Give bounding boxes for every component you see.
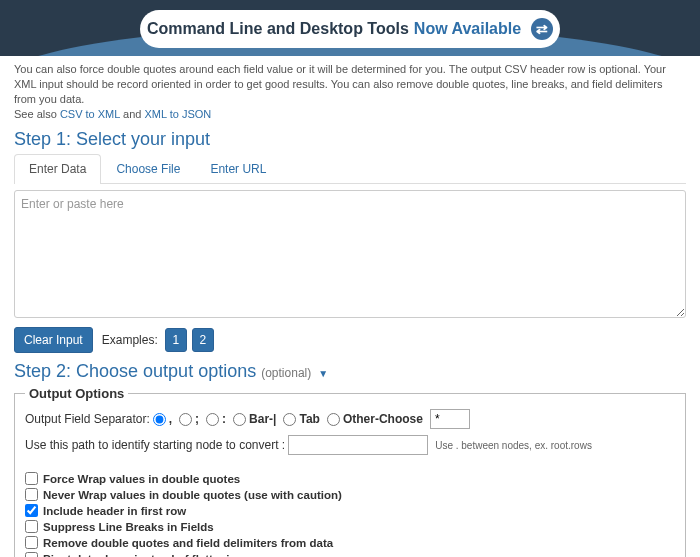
lbl-pivot: Pivot data down instead of flattening	[43, 553, 244, 557]
step1-title: Step 1: Select your input	[14, 129, 686, 150]
input-textarea[interactable]	[14, 190, 686, 318]
sep-radio-semi[interactable]	[179, 413, 192, 426]
step2-optional: (optional)	[261, 366, 311, 380]
sep-label-tab: Tab	[299, 412, 319, 426]
example-2-button[interactable]: 2	[192, 328, 214, 352]
and-label: and	[120, 108, 144, 120]
separator-row: Output Field Separator: , ; : Bar-| Tab …	[25, 409, 675, 429]
output-options-legend: Output Options	[25, 386, 128, 401]
chk-force-wrap[interactable]	[25, 472, 38, 485]
sep-label-bar: Bar-|	[249, 412, 276, 426]
sep-radio-comma[interactable]	[153, 413, 166, 426]
step2-title-text: Step 2: Choose output options	[14, 361, 261, 381]
path-row: Use this path to identify starting node …	[25, 435, 675, 455]
tab-enter-url[interactable]: Enter URL	[195, 154, 281, 183]
sep-label-other: Other-Choose	[343, 412, 423, 426]
sep-radio-tab[interactable]	[283, 413, 296, 426]
banner-title-b: Now Available	[414, 20, 521, 38]
lbl-header: Include header in first row	[43, 505, 186, 517]
step2-title[interactable]: Step 2: Choose output options (optional)…	[14, 361, 686, 382]
chk-never-wrap[interactable]	[25, 488, 38, 501]
lbl-never-wrap: Never Wrap values in double quotes (use …	[43, 489, 342, 501]
lbl-remove: Remove double quotes and field delimiter…	[43, 537, 333, 549]
path-input[interactable]	[288, 435, 428, 455]
promo-banner: Command Line and Desktop Tools Now Avail…	[0, 0, 700, 56]
chk-header[interactable]	[25, 504, 38, 517]
banner-title-a: Command Line and Desktop Tools	[147, 20, 409, 38]
sep-radio-colon[interactable]	[206, 413, 219, 426]
sep-label-comma: ,	[169, 412, 172, 426]
examples-label: Examples:	[102, 333, 158, 347]
chk-remove[interactable]	[25, 536, 38, 549]
separator-label: Output Field Separator:	[25, 412, 150, 426]
chk-pivot[interactable]	[25, 552, 38, 557]
sep-radio-bar[interactable]	[233, 413, 246, 426]
link-xml-to-json[interactable]: XML to JSON	[144, 108, 211, 120]
see-also-label: See also	[14, 108, 60, 120]
sep-other-input[interactable]	[430, 409, 470, 429]
chk-suppress[interactable]	[25, 520, 38, 533]
input-tabs: Enter Data Choose File Enter URL	[14, 154, 686, 184]
path-hint: Use . between nodes, ex. root.rows	[435, 440, 592, 451]
clear-input-button[interactable]: Clear Input	[14, 327, 93, 353]
lbl-force-wrap: Force Wrap values in double quotes	[43, 473, 240, 485]
sep-label-colon: :	[222, 412, 226, 426]
sep-radio-other[interactable]	[327, 413, 340, 426]
tab-enter-data[interactable]: Enter Data	[14, 154, 101, 184]
intro-text: You can also force double quotes around …	[14, 62, 686, 121]
link-csv-to-xml[interactable]: CSV to XML	[60, 108, 120, 120]
sep-label-semi: ;	[195, 412, 199, 426]
chevron-down-icon: ▼	[318, 368, 328, 379]
path-label: Use this path to identify starting node …	[25, 438, 285, 452]
intro-line1: You can also force double quotes around …	[14, 63, 666, 105]
lbl-suppress: Suppress Line Breaks in Fields	[43, 521, 214, 533]
arrow-circle-icon: ⇄	[531, 18, 553, 40]
output-options-fieldset: Output Options Output Field Separator: ,…	[14, 386, 686, 557]
banner-pill[interactable]: Command Line and Desktop Tools Now Avail…	[140, 10, 560, 48]
example-1-button[interactable]: 1	[165, 328, 187, 352]
tab-choose-file[interactable]: Choose File	[101, 154, 195, 183]
